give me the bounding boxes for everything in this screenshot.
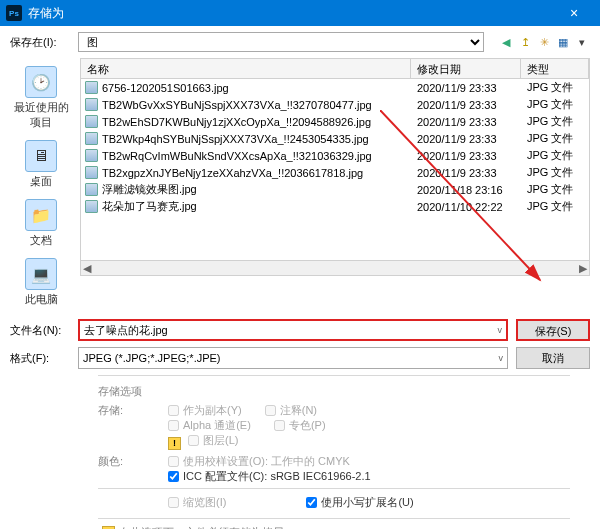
- store-label: 存储:: [98, 403, 142, 418]
- file-type: JPG 文件: [521, 199, 589, 214]
- file-icon: [85, 149, 98, 162]
- cancel-button[interactable]: 取消: [516, 347, 590, 369]
- up-icon[interactable]: ↥: [517, 34, 533, 50]
- save-in-label: 保存在(I):: [10, 35, 70, 50]
- back-icon[interactable]: ◀: [498, 34, 514, 50]
- file-icon: [85, 81, 98, 94]
- places-sidebar: 🕑最近使用的项目🖥桌面📁文档💻此电脑: [10, 58, 72, 307]
- file-date: 2020/11/10 22:22: [411, 201, 521, 213]
- cb-as-copy[interactable]: 作为副本(Y): [168, 403, 242, 418]
- file-name: 花朵加了马赛克.jpg: [102, 199, 197, 214]
- cb-layers[interactable]: 图层(L): [188, 433, 238, 448]
- cb-spot[interactable]: 专色(P): [274, 418, 326, 433]
- sidebar-item[interactable]: 🕑最近使用的项目: [13, 66, 69, 130]
- view-icon[interactable]: ▦: [555, 34, 571, 50]
- file-name: 6756-1202051S01663.jpg: [102, 82, 229, 94]
- filename-value: 去了噪点的花.jpg: [84, 323, 168, 338]
- options-heading: 存储选项: [98, 384, 570, 399]
- file-row[interactable]: 浮雕滤镜效果图.jpg2020/11/18 23:16JPG 文件: [81, 181, 589, 198]
- file-type: JPG 文件: [521, 148, 589, 163]
- file-name: 浮雕滤镜效果图.jpg: [102, 182, 197, 197]
- file-row[interactable]: TB2wEhSD7KWBuNjy1zjXXcOypXa_!!2094588926…: [81, 113, 589, 130]
- file-date: 2020/11/9 23:33: [411, 133, 521, 145]
- file-row[interactable]: TB2xgpzXnJYBeNjy1zeXXahzVXa_!!2036617818…: [81, 164, 589, 181]
- view-menu-icon[interactable]: ▾: [574, 34, 590, 50]
- file-name: TB2wEhSD7KWBuNjy1zjXXcOypXa_!!2094588926…: [102, 116, 371, 128]
- nav-icons: ◀ ↥ ✳ ▦ ▾: [498, 34, 590, 50]
- col-header-type[interactable]: 类型: [521, 59, 589, 78]
- file-row[interactable]: TB2WbGvXxSYBuNjSspjXXX73VXa_!!3270780477…: [81, 96, 589, 113]
- file-row[interactable]: 花朵加了马赛克.jpg2020/11/10 22:22JPG 文件: [81, 198, 589, 215]
- cb-lowercase-ext[interactable]: 使用小写扩展名(U): [306, 495, 413, 510]
- file-icon: [85, 98, 98, 111]
- file-name: TB2wRqCvImWBuNkSndVXXcsApXa_!!321036329.…: [102, 150, 372, 162]
- color-label: 颜色:: [98, 454, 142, 469]
- file-name: TB2xgpzXnJYBeNjy1zeXXahzVXa_!!2036617818…: [102, 167, 363, 179]
- chevron-down-icon[interactable]: v: [499, 353, 504, 363]
- folder-select[interactable]: 图: [78, 32, 484, 52]
- titlebar: Ps 存储为 ×: [0, 0, 600, 26]
- file-date: 2020/11/9 23:33: [411, 116, 521, 128]
- sidebar-item[interactable]: 📁文档: [13, 199, 69, 248]
- file-name: TB2Wkp4qhSYBuNjSspjXXX73VXa_!!2453054335…: [102, 133, 369, 145]
- file-type: JPG 文件: [521, 165, 589, 180]
- sidebar-item[interactable]: 🖥桌面: [13, 140, 69, 189]
- chevron-down-icon[interactable]: v: [498, 325, 503, 335]
- cb-notes[interactable]: 注释(N): [265, 403, 317, 418]
- place-icon: 💻: [25, 258, 57, 290]
- file-row[interactable]: 6756-1202051S01663.jpg2020/11/9 23:33JPG…: [81, 79, 589, 96]
- file-list: 名称 修改日期 类型 6756-1202051S01663.jpg2020/11…: [80, 58, 590, 276]
- save-options: 存储选项 存储: 作为副本(Y) 注释(N) Alpha 通道(E) 专色(P)…: [98, 375, 570, 529]
- file-type: JPG 文件: [521, 114, 589, 129]
- new-folder-icon[interactable]: ✳: [536, 34, 552, 50]
- warning-icon: !: [168, 437, 181, 450]
- file-type: JPG 文件: [521, 131, 589, 146]
- file-date: 2020/11/9 23:33: [411, 150, 521, 162]
- col-header-name[interactable]: 名称: [81, 59, 411, 78]
- file-icon: [85, 132, 98, 145]
- place-icon: 📁: [25, 199, 57, 231]
- file-icon: [85, 183, 98, 196]
- file-row[interactable]: TB2Wkp4qhSYBuNjSspjXXX73VXa_!!2453054335…: [81, 130, 589, 147]
- file-date: 2020/11/18 23:16: [411, 184, 521, 196]
- filename-input[interactable]: 去了噪点的花.jpg v: [78, 319, 508, 341]
- sidebar-item-label: 文档: [13, 233, 69, 248]
- cb-icc[interactable]: ICC 配置文件(C): sRGB IEC61966-2.1: [168, 469, 371, 484]
- cb-thumbnail[interactable]: 缩览图(I): [168, 495, 226, 510]
- file-type: JPG 文件: [521, 182, 589, 197]
- sidebar-item-label: 最近使用的项目: [13, 100, 69, 130]
- filename-label: 文件名(N):: [10, 323, 70, 338]
- file-icon: [85, 200, 98, 213]
- sidebar-item-label: 此电脑: [13, 292, 69, 307]
- cb-alpha[interactable]: Alpha 通道(E): [168, 418, 251, 433]
- format-label: 格式(F):: [10, 351, 70, 366]
- cb-proof[interactable]: 使用校样设置(O): 工作中的 CMYK: [168, 454, 350, 469]
- place-icon: 🕑: [25, 66, 57, 98]
- save-button[interactable]: 保存(S): [516, 319, 590, 341]
- sidebar-item-label: 桌面: [13, 174, 69, 189]
- close-button[interactable]: ×: [554, 5, 594, 21]
- file-icon: [85, 166, 98, 179]
- file-type: JPG 文件: [521, 97, 589, 112]
- file-date: 2020/11/9 23:33: [411, 167, 521, 179]
- file-date: 2020/11/9 23:33: [411, 99, 521, 111]
- format-value: JPEG (*.JPG;*.JPEG;*.JPE): [83, 352, 221, 364]
- file-type: JPG 文件: [521, 80, 589, 95]
- file-date: 2020/11/9 23:33: [411, 82, 521, 94]
- col-header-date[interactable]: 修改日期: [411, 59, 521, 78]
- file-icon: [85, 115, 98, 128]
- place-icon: 🖥: [25, 140, 57, 172]
- file-name: TB2WbGvXxSYBuNjSspjXXX73VXa_!!3270780477…: [102, 99, 372, 111]
- copy-note: ! 在此选项下，文件必须存储为拷贝。: [98, 518, 570, 530]
- horizontal-scrollbar[interactable]: ◀▶: [81, 260, 589, 275]
- file-row[interactable]: TB2wRqCvImWBuNkSndVXXcsApXa_!!321036329.…: [81, 147, 589, 164]
- ps-logo-icon: Ps: [6, 5, 22, 21]
- format-select[interactable]: JPEG (*.JPG;*.JPEG;*.JPE) v: [78, 347, 508, 369]
- file-list-header: 名称 修改日期 类型: [81, 59, 589, 79]
- sidebar-item[interactable]: 💻此电脑: [13, 258, 69, 307]
- window-title: 存储为: [28, 5, 554, 22]
- warning-icon: !: [102, 526, 115, 530]
